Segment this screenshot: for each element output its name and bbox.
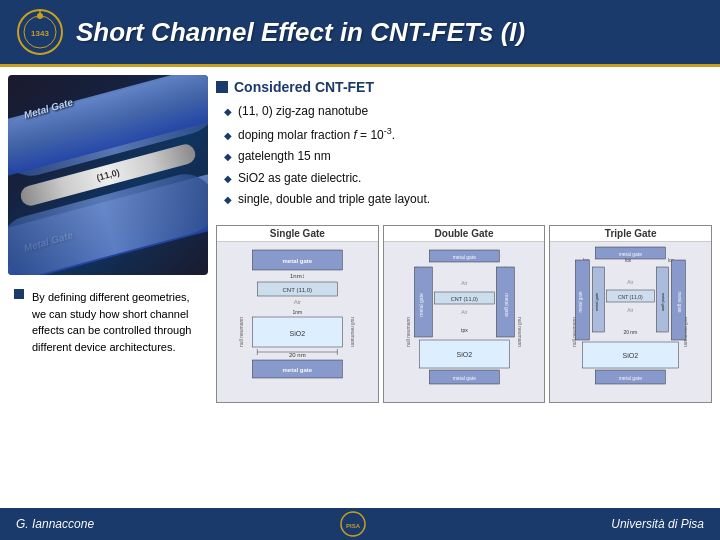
svg-text:Air: Air <box>628 307 634 313</box>
svg-text:metal gate: metal gate <box>452 375 476 381</box>
gate-diagrams-section: Single Gate null neumann null neumann me… <box>216 225 712 403</box>
svg-text:1nm↕: 1nm↕ <box>290 273 305 279</box>
footer-university: Università di Pisa <box>611 517 704 531</box>
svg-text:Air: Air <box>461 309 467 315</box>
triple-gate-body: null neumann null neumann metal gate lox… <box>550 242 711 402</box>
svg-text:metal gate: metal gate <box>579 291 584 313</box>
triple-gate-svg: null neumann null neumann metal gate lox… <box>550 242 711 402</box>
right-column: Considered CNT-FET (11, 0) zig-zag nanot… <box>216 75 712 497</box>
svg-text:tpx: tpx <box>461 327 468 333</box>
svg-text:CNT (11,0): CNT (11,0) <box>618 294 643 300</box>
double-gate-title: Double Gate <box>384 226 545 242</box>
triple-gate-title: Triple Gate <box>550 226 711 242</box>
svg-text:null neumann: null neumann <box>517 317 523 347</box>
triple-gate-diagram: Triple Gate null neumann null neumann me… <box>549 225 712 403</box>
bullet-item-5: single, double and triple gate layout. <box>224 189 712 211</box>
slide-footer: G. Iannaccone PISA Università di Pisa <box>0 508 720 540</box>
nanotube-image: Metal Gate Metal Gate (11,0) <box>8 75 208 275</box>
considered-section: Considered CNT-FET (11, 0) zig-zag nanot… <box>216 75 712 215</box>
svg-text:20 nm: 20 nm <box>624 329 638 335</box>
svg-text:metal gate: metal gate <box>678 291 683 313</box>
bottom-description: By defining different geometries, we can… <box>8 283 208 365</box>
double-gate-diagram: Double Gate null neumann null neumann me… <box>383 225 546 403</box>
pisa-logo-icon: PISA <box>339 510 367 538</box>
bullet-item-2: doping molar fraction f = 10-3. <box>224 123 712 147</box>
bullet-item-1: (11, 0) zig-zag nanotube <box>224 101 712 123</box>
bullet-text-5: single, double and triple gate layout. <box>238 189 430 211</box>
considered-bullet-list: (11, 0) zig-zag nanotube doping molar fr… <box>216 101 712 211</box>
svg-point-4 <box>37 13 43 19</box>
university-logo-icon: 1343 <box>16 8 64 56</box>
left-column: Metal Gate Metal Gate (11,0) By defining… <box>8 75 208 497</box>
svg-text:metal gate: metal gate <box>595 292 600 311</box>
single-gate-title: Single Gate <box>217 226 378 242</box>
svg-text:1nm: 1nm <box>292 309 302 315</box>
svg-text:metal gate: metal gate <box>418 293 424 317</box>
svg-text:SiO2: SiO2 <box>456 351 472 358</box>
svg-text:metal gate: metal gate <box>619 375 643 381</box>
bullet-text-1: (11, 0) zig-zag nanotube <box>238 101 368 123</box>
bullet-text-4: SiO2 as gate dielectric. <box>238 168 361 190</box>
svg-text:20 nm: 20 nm <box>289 352 306 358</box>
bullet-item-3: gatelength 15 nm <box>224 146 712 168</box>
svg-text:metal gate: metal gate <box>662 293 667 312</box>
main-content: Metal Gate Metal Gate (11,0) By defining… <box>0 67 720 505</box>
considered-title-text: Considered CNT-FET <box>234 79 374 95</box>
svg-text:lox: lox <box>626 258 633 263</box>
slide-title: Short Channel Effect in CNT-FETs (I) <box>76 17 525 48</box>
svg-text:SiO2: SiO2 <box>290 330 306 337</box>
svg-text:CNT (11,0): CNT (11,0) <box>450 296 477 302</box>
section-bullet-icon <box>216 81 228 93</box>
svg-text:Air: Air <box>294 299 301 305</box>
svg-text:metal gate: metal gate <box>504 293 510 317</box>
bullet-text-3: gatelength 15 nm <box>238 146 331 168</box>
single-gate-body: null neumann null neumann metal gate 1nm… <box>217 242 378 402</box>
slide-header: 1343 Short Channel Effect in CNT-FETs (I… <box>0 0 720 67</box>
bullet-text-2: doping molar fraction f = 10-3. <box>238 123 395 147</box>
svg-text:Air: Air <box>461 280 467 286</box>
bullet-item-4: SiO2 as gate dielectric. <box>224 168 712 190</box>
svg-text:null neumann: null neumann <box>405 317 411 347</box>
nanotube-bottom-label: Metal Gate <box>22 229 74 254</box>
svg-text:metal gate: metal gate <box>282 258 312 264</box>
svg-text:metal gate: metal gate <box>619 251 643 257</box>
svg-text:null neumann: null neumann <box>350 317 356 347</box>
double-gate-svg: null neumann null neumann metal gate tox… <box>384 242 545 402</box>
svg-text:CNT (11,0): CNT (11,0) <box>283 287 313 293</box>
svg-text:null neumann: null neumann <box>238 317 244 347</box>
svg-text:PISA: PISA <box>346 523 361 529</box>
bottom-paragraph: By defining different geometries, we can… <box>32 289 202 355</box>
single-gate-diagram: Single Gate null neumann null neumann me… <box>216 225 379 403</box>
single-gate-svg: null neumann null neumann metal gate 1nm… <box>217 242 378 402</box>
svg-text:SiO2: SiO2 <box>623 352 639 359</box>
svg-text:metal gate: metal gate <box>282 367 312 373</box>
double-gate-body: null neumann null neumann metal gate tox… <box>384 242 545 402</box>
svg-text:Air: Air <box>628 279 634 285</box>
svg-text:metal gate: metal gate <box>452 254 476 260</box>
bullet-icon <box>14 289 24 299</box>
footer-author: G. Iannaccone <box>16 517 94 531</box>
svg-text:1343: 1343 <box>31 29 49 38</box>
